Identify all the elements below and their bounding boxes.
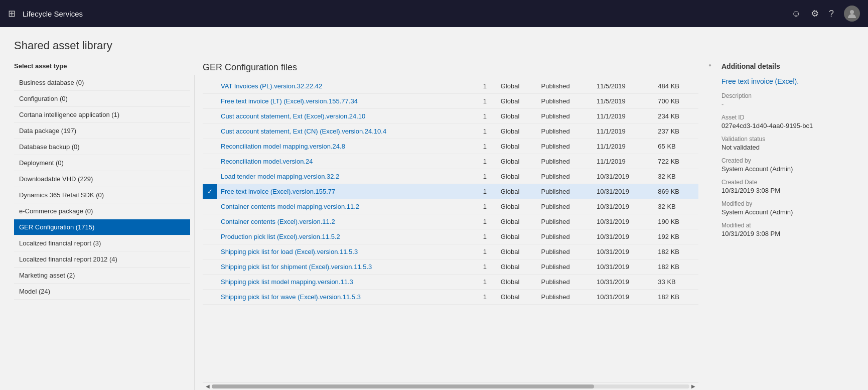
row-name[interactable]: Container contents model mapping.version… [217,199,479,214]
row-check[interactable] [203,199,217,214]
row-name[interactable]: Reconciliation model mapping.version.24.… [217,139,479,154]
row-scope: Global [497,154,537,169]
row-date: 10/31/2019 [593,169,654,184]
table-row[interactable]: Shipping pick list for shipment (Excel).… [203,259,698,275]
row-name[interactable]: Shipping pick list model mapping.version… [217,275,479,290]
row-check[interactable] [203,229,217,244]
table-row[interactable]: Container contents model mapping.version… [203,199,698,214]
row-check[interactable] [203,259,217,275]
row-name[interactable]: Shipping pick list for load (Excel).vers… [217,244,479,259]
row-check[interactable] [203,139,217,154]
row-check[interactable] [203,275,217,290]
row-check[interactable] [203,94,217,109]
divider: ● [706,62,713,390]
table-row[interactable]: Cust account statement, Ext (Excel).vers… [203,109,698,124]
row-name[interactable]: VAT Invoices (PL).version.32.22.42 [217,79,479,94]
left-panel-title: Select asset type [14,62,195,70]
asset-item[interactable]: Localized financial report (3) [14,235,190,251]
row-size: 869 KB [654,184,698,199]
row-scope: Global [497,275,537,290]
row-scope: Global [497,109,537,124]
row-check[interactable] [203,214,217,229]
row-name[interactable]: Container contents (Excel).version.11.2 [217,214,479,229]
row-name[interactable]: Cust account statement, Ext (Excel).vers… [217,109,479,124]
table-row[interactable]: Reconciliation model mapping.version.24.… [203,139,698,154]
row-check[interactable] [203,79,217,94]
row-check[interactable] [203,154,217,169]
table-row[interactable]: ✓Free text invoice (Excel).version.155.7… [203,184,698,199]
table-row[interactable]: Reconciliation model.version.241GlobalPu… [203,154,698,169]
scroll-right-arrow[interactable]: ▶ [689,383,697,389]
selected-item-title: Free text invoice (Excel). [721,77,854,85]
row-name[interactable]: Production pick list (Excel).version.11.… [217,229,479,244]
table-row[interactable]: Shipping pick list model mapping.version… [203,275,698,290]
table-row[interactable]: Container contents (Excel).version.11.21… [203,214,698,229]
asset-item[interactable]: Marketing asset (2) [14,268,190,284]
avatar[interactable] [844,6,860,22]
row-status: Published [537,124,593,139]
table-row[interactable]: Production pick list (Excel).version.11.… [203,229,698,244]
asset-type-list: Business database (0)Configuration (0)Co… [14,75,195,390]
row-name[interactable]: Free text invoice (Excel).version.155.77 [217,184,479,199]
scrollbar-thumb[interactable] [212,384,594,388]
table-row[interactable]: Load tender model mapping.version.32.21G… [203,169,698,184]
row-check[interactable] [203,109,217,124]
row-check[interactable] [203,124,217,139]
table-row[interactable]: Cust account statement, Ext (CN) (Excel)… [203,124,698,139]
asset-item[interactable]: e-Commerce package (0) [14,203,190,219]
asset-item[interactable]: GER Configuration (1715) [14,219,190,235]
row-name[interactable]: Shipping pick list for shipment (Excel).… [217,259,479,275]
table-row[interactable]: VAT Invoices (PL).version.32.22.421Globa… [203,79,698,94]
app-title: Lifecycle Services [23,10,785,18]
asset-item[interactable]: Cortana intelligence application (1) [14,107,190,123]
row-date: 11/5/2019 [593,79,654,94]
bottom-scrollbar[interactable]: ◀ ▶ [203,382,698,390]
row-name[interactable]: Free text invoice (LT) (Excel).version.1… [217,94,479,109]
modified-at-label: Modified at [721,222,854,229]
row-date: 11/1/2019 [593,124,654,139]
topbar-icons: ☺ ⚙ ? [792,6,860,22]
asset-item[interactable]: Configuration (0) [14,91,190,107]
row-size: 182 KB [654,290,698,305]
row-status: Published [537,275,593,290]
asset-item[interactable]: Data package (197) [14,123,190,139]
gear-icon[interactable]: ⚙ [811,8,819,19]
row-scope: Global [497,94,537,109]
row-name[interactable]: Reconciliation model.version.24 [217,154,479,169]
grid-icon[interactable]: ⊞ [8,8,16,19]
asset-item[interactable]: Model (24) [14,284,190,300]
row-size: 237 KB [654,124,698,139]
scroll-left-arrow[interactable]: ◀ [204,383,212,389]
row-check[interactable]: ✓ [203,184,217,199]
row-status: Published [537,184,593,199]
asset-item[interactable]: Dynamics 365 Retail SDK (0) [14,187,190,203]
help-icon[interactable]: ? [829,9,834,19]
row-check[interactable] [203,290,217,305]
row-name[interactable]: Load tender model mapping.version.32.2 [217,169,479,184]
asset-item[interactable]: Database backup (0) [14,139,190,155]
asset-id-value: 027e4cd3-1d40-4aa0-9195-bc1 [721,122,854,129]
table-wrapper[interactable]: VAT Invoices (PL).version.32.22.421Globa… [203,79,698,382]
asset-item[interactable]: Downloadable VHD (229) [14,171,190,187]
table-row[interactable]: Shipping pick list for wave (Excel).vers… [203,290,698,305]
row-version: 1 [479,199,497,214]
asset-item[interactable]: Business database (0) [14,75,190,91]
row-name[interactable]: Shipping pick list for wave (Excel).vers… [217,290,479,305]
row-date: 10/31/2019 [593,290,654,305]
row-status: Published [537,290,593,305]
assets-table: VAT Invoices (PL).version.32.22.421Globa… [203,79,698,305]
asset-item[interactable]: Localized financial report 2012 (4) [14,251,190,268]
smiley-icon[interactable]: ☺ [792,9,801,19]
row-size: 32 KB [654,169,698,184]
row-size: 190 KB [654,214,698,229]
row-check[interactable] [203,244,217,259]
table-row[interactable]: Free text invoice (LT) (Excel).version.1… [203,94,698,109]
scrollbar-track[interactable] [212,384,689,388]
row-name[interactable]: Cust account statement, Ext (CN) (Excel)… [217,124,479,139]
asset-item[interactable]: Deployment (0) [14,155,190,171]
row-scope: Global [497,124,537,139]
row-status: Published [537,229,593,244]
modified-by-value: System Account (Admin) [721,208,854,216]
table-row[interactable]: Shipping pick list for load (Excel).vers… [203,244,698,259]
row-check[interactable] [203,169,217,184]
